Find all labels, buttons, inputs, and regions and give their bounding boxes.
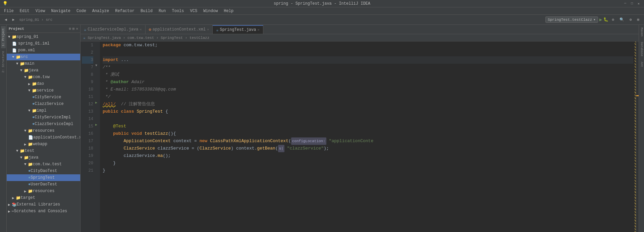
- tree-item-spring01[interactable]: ▼ 📁 spring_01: [7, 34, 80, 40]
- sidebar-tab-structure[interactable]: 2: Structure: [1, 49, 6, 75]
- scroll-marker-warn: [636, 95, 639, 96]
- menu-refactor[interactable]: Refactor: [112, 8, 137, 14]
- tree-item-dao[interactable]: ▶ 📁 dao: [7, 80, 80, 87]
- tree-item-pom[interactable]: 📄 pom.xml: [7, 47, 80, 54]
- menu-tools[interactable]: Tools: [169, 8, 187, 14]
- menu-edit[interactable]: Edit: [17, 8, 32, 14]
- code-line-16: public void testClazz (){: [103, 130, 633, 137]
- class-icon: ●: [28, 175, 31, 180]
- right-tab-maven[interactable]: Maven: [639, 25, 644, 39]
- tree-item-java-main[interactable]: ▼ 📁 java: [7, 67, 80, 74]
- run-config-selector[interactable]: SpringTest.testClazz ▾: [545, 16, 598, 23]
- expand-icon[interactable]: ⊞: [72, 26, 75, 31]
- right-tab-ant[interactable]: Ant: [639, 59, 644, 70]
- debug-button[interactable]: 🐛: [603, 17, 608, 22]
- tab-close-appctx[interactable]: ✕: [207, 27, 209, 32]
- tree-item-userdaotest[interactable]: ● UserDaoTest: [7, 181, 80, 188]
- tree-item-springtest[interactable]: ● SpringTest: [7, 174, 80, 181]
- menu-code[interactable]: Code: [74, 8, 89, 14]
- close-button[interactable]: ✕: [636, 1, 641, 6]
- tree-item-main[interactable]: ▼ 📁 main: [7, 60, 80, 67]
- run-line-icon[interactable]: ▶: [95, 101, 97, 105]
- menu-analyze[interactable]: Analyze: [90, 8, 112, 14]
- collapse-icon[interactable]: ✕: [76, 26, 78, 31]
- comment-email: * E-mail: 1578533828@qq.com: [103, 86, 176, 93]
- tree-item-appctx-xml[interactable]: 📄 applicationContext.xml: [7, 134, 80, 141]
- tree-item-comtxwtest[interactable]: ▼ 📁 com.txw.test: [7, 161, 80, 168]
- tree-item-scratches[interactable]: ▶ ✂ Scratches and Consoles: [7, 208, 80, 215]
- tree-item-webapp[interactable]: ▶ 📁 webapp: [7, 141, 80, 148]
- tree-item-cityserviceimpl[interactable]: ● CityServiceImpl: [7, 114, 80, 121]
- code-content[interactable]: package com.txw.test; import ... /** * 测…: [100, 42, 636, 232]
- tree-item-impl[interactable]: ▼ 📁 impl: [7, 107, 80, 114]
- tree-item-extlibs[interactable]: ▶ 📚 External Libraries: [7, 201, 80, 208]
- run-button[interactable]: ▶: [599, 17, 602, 22]
- menu-window[interactable]: Window: [201, 8, 220, 14]
- tree-label: CityDaoTest: [31, 169, 57, 173]
- run-method-icon[interactable]: ▶: [95, 123, 97, 127]
- folder-icon: 📁: [28, 162, 33, 167]
- tree-label: main: [25, 61, 35, 66]
- folder-icon: 📁: [24, 155, 29, 160]
- warning-stripe: [635, 42, 636, 232]
- tree-item-clazzservice[interactable]: ● ClazzService: [7, 101, 80, 107]
- kw-public-13: public: [103, 108, 121, 115]
- right-sidebar: Maven Database Ant: [639, 25, 644, 232]
- import-dots: ...: [118, 56, 129, 64]
- brace-close-21: }: [103, 167, 105, 174]
- toolbar-search[interactable]: 🔍: [618, 17, 626, 22]
- maximize-button[interactable]: □: [629, 1, 635, 6]
- tree-label: SpringTest: [31, 175, 55, 180]
- menu-run[interactable]: Run: [156, 8, 169, 14]
- comment-author-label: *: [103, 78, 110, 86]
- param-hint-17: configLocation:: [291, 137, 326, 145]
- sidebar-tab-project[interactable]: 1: Project: [1, 26, 6, 48]
- menu-build[interactable]: Build: [138, 8, 155, 14]
- code-editor[interactable]: 1 2 3 7 8 9 10 11 12 13 14 15 16 17 18 1…: [80, 42, 639, 232]
- tab-close-springtest[interactable]: ✕: [257, 28, 259, 32]
- tab-clazzserviceimpl[interactable]: ☕ ClazzServiceImpl.java ✕: [80, 25, 146, 34]
- tab-applicationcontext[interactable]: ⚙ applicationContext.xml ✕: [146, 25, 213, 34]
- menu-vcs[interactable]: VCS: [187, 8, 200, 14]
- gear-icon[interactable]: ⚙: [69, 26, 71, 31]
- semicolon-18: );: [324, 145, 329, 152]
- class-icon: ●: [32, 122, 35, 126]
- toolbar-settings[interactable]: ⚙: [628, 17, 634, 22]
- xml-icon: 📄: [12, 48, 17, 53]
- tab-close-clazzserviceimpl[interactable]: ✕: [140, 27, 142, 32]
- clazzservice-var: clazzService.: [123, 152, 157, 160]
- class-icon: ●: [32, 115, 35, 120]
- tree-item-service[interactable]: ▼ 📁 service: [7, 87, 80, 94]
- minimize-button[interactable]: ─: [623, 1, 628, 6]
- tree-item-resources-test[interactable]: ▶ 📁 resources: [7, 188, 80, 194]
- xml-icon: ⚙: [149, 27, 151, 32]
- tab-springtest[interactable]: ☕ SpringTest.java ✕: [213, 25, 263, 34]
- tree-item-target[interactable]: ▶ 📁 target: [7, 194, 80, 201]
- tree-item-citydaotest[interactable]: ● CityDaoTest: [7, 168, 80, 174]
- menu-view[interactable]: View: [33, 8, 48, 14]
- tree-label: resources: [33, 189, 55, 193]
- scroll-indicator[interactable]: [636, 42, 639, 232]
- tree-item-java-test[interactable]: ▼ 📁 java: [7, 154, 80, 161]
- menu-navigate[interactable]: Navigate: [48, 8, 73, 14]
- right-tab-database[interactable]: Database: [639, 39, 644, 59]
- space-18b: ) context.: [231, 145, 257, 152]
- tree-item-test[interactable]: ▼ 📁 test: [7, 148, 80, 154]
- tree-item-iml[interactable]: 📄 spring_01.iml: [7, 40, 80, 47]
- keyword-import: import: [103, 56, 118, 64]
- toolbar-back[interactable]: ◀: [3, 17, 9, 22]
- toolbar-more[interactable]: ⚙: [610, 17, 616, 22]
- tree-item-cityservice[interactable]: ● CityService: [7, 94, 80, 101]
- tree-item-comtxw[interactable]: ▼ 📁 com.txw: [7, 74, 80, 80]
- title-bar-left: 💡: [3, 1, 8, 6]
- javadoc-tag: @author: [110, 78, 129, 86]
- menu-help[interactable]: Help: [221, 8, 236, 14]
- tree-item-resources-main[interactable]: ▼ 📁 resources: [7, 127, 80, 134]
- fold-icon[interactable]: ▼: [95, 64, 97, 67]
- toolbar-forward[interactable]: ▶: [10, 17, 17, 22]
- folder-icon: 📁: [16, 195, 21, 200]
- menu-file[interactable]: File: [1, 8, 16, 14]
- tree-item-src[interactable]: ▼ 📁 src: [7, 54, 80, 60]
- tree-item-clazzserviceimpl[interactable]: ● ClazzServiceImpl: [7, 121, 80, 127]
- toolbar-split[interactable]: ⊞: [635, 17, 641, 22]
